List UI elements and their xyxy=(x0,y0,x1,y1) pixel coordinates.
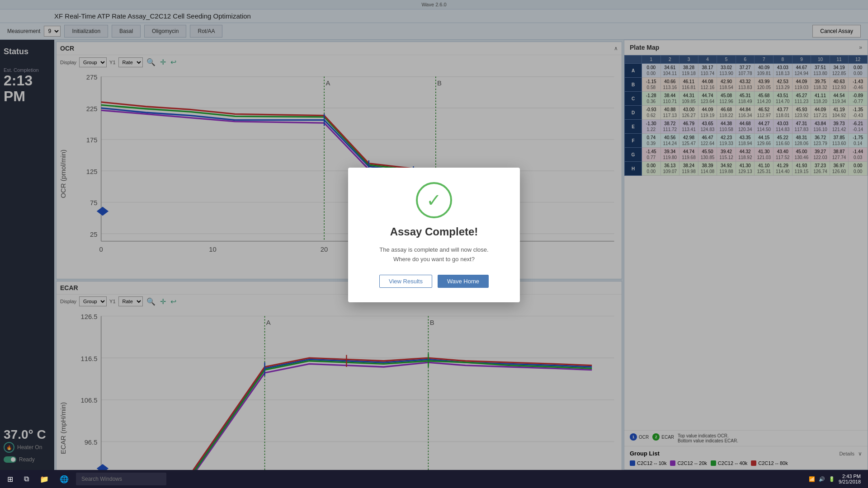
file-explorer-btn[interactable]: 📁 xyxy=(36,473,52,485)
edge-btn[interactable]: 🌐 xyxy=(56,473,72,485)
assay-complete-modal: ✓ Assay Complete! The assay is complete … xyxy=(348,168,520,303)
app-container: Wave 2.6.0 XF Real-Time ATP Rate Assay_C… xyxy=(0,0,868,470)
wave-home-btn[interactable]: Wave Home xyxy=(438,275,489,288)
clock-time: 2:43 PM xyxy=(839,474,861,479)
start-btn[interactable]: ⊞ xyxy=(4,473,17,485)
check-circle: ✓ xyxy=(416,182,452,218)
modal-desc-line1: The assay is complete and will now close… xyxy=(379,245,488,255)
search-input[interactable] xyxy=(76,473,166,485)
check-icon: ✓ xyxy=(426,190,442,211)
clock-date: 2:43 PM 9/21/2018 xyxy=(839,474,861,484)
view-results-btn[interactable]: View Results xyxy=(379,275,432,288)
modal-title: Assay Complete! xyxy=(390,225,478,238)
modal-desc-line2: Where do you want to go next? xyxy=(379,255,488,264)
taskbar-left: ⊞ ⧉ 📁 🌐 xyxy=(0,473,170,485)
network-icon: 📶 xyxy=(809,476,815,482)
modal-description: The assay is complete and will now close… xyxy=(379,245,488,264)
taskbar: ⊞ ⧉ 📁 🌐 📶 🔊 🔋 2:43 PM 9/21/2018 xyxy=(0,470,868,488)
task-view-btn[interactable]: ⧉ xyxy=(20,473,33,485)
clock-date-value: 9/21/2018 xyxy=(839,479,861,484)
battery-icon: 🔋 xyxy=(829,476,835,482)
taskbar-icons: 📶 🔊 🔋 xyxy=(809,476,835,482)
modal-buttons: View Results Wave Home xyxy=(379,275,489,288)
modal-overlay: ✓ Assay Complete! The assay is complete … xyxy=(0,0,868,470)
volume-icon: 🔊 xyxy=(819,476,825,482)
taskbar-right: 📶 🔊 🔋 2:43 PM 9/21/2018 xyxy=(802,474,868,484)
